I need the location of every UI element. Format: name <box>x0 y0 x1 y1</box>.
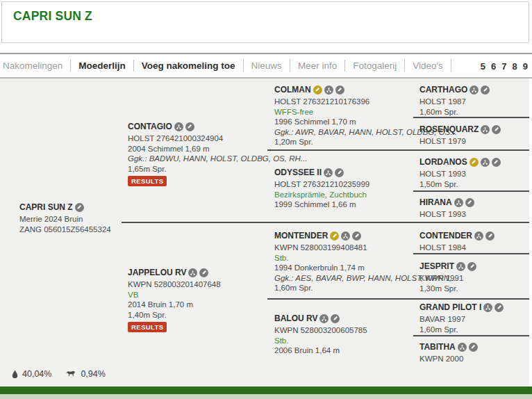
height-text: 1,50m Spr. <box>419 179 527 190</box>
edit-icon[interactable] <box>331 314 340 323</box>
family-tree-icon[interactable] <box>319 314 329 323</box>
approved-badge-icon[interactable] <box>469 158 479 167</box>
row-separator <box>122 222 529 223</box>
tab-videos[interactable]: Video's <box>405 60 451 72</box>
height-text: 1,20m Spr. <box>274 137 413 147</box>
horse-name-link[interactable]: CONTENDER <box>419 231 472 241</box>
registration-text: HOLST 1987 <box>419 97 527 107</box>
pedigree-cell-capri-sun-z: CAPRI SUN Z Merrie 2024 Bruin ZANG 05601… <box>19 202 124 234</box>
pedigree-cell-balou-rv: BALOU RV KWPN 528003200605785 Stb. 2006 … <box>274 313 413 356</box>
horse-name-link[interactable]: JAPPELOU RV <box>128 268 186 277</box>
registration-text: KWPN 1991 <box>419 273 527 284</box>
family-tree-icon[interactable] <box>324 168 333 177</box>
row-separator <box>413 253 529 254</box>
edit-icon[interactable] <box>199 268 208 277</box>
registration-text: HOLST 276421000324904 <box>128 133 267 144</box>
tab-nakomelingen[interactable]: Nakomelingen <box>1 60 71 72</box>
approved-badge-icon[interactable] <box>313 86 322 95</box>
height-text: 1,60m Spr. <box>274 283 413 293</box>
edit-icon[interactable] <box>185 122 194 131</box>
registration-text: HOLST 1993 <box>419 169 527 179</box>
generation-link-6[interactable]: 6 <box>491 61 496 72</box>
family-tree-icon[interactable] <box>454 198 463 207</box>
edit-icon[interactable] <box>352 231 361 241</box>
family-tree-icon[interactable] <box>456 262 465 271</box>
pedigree-cell-grand-pilot-i: GRAND PILOT I BAVAR 1997 1,60m Spr. <box>419 302 527 334</box>
registration-text: KWPN 2000 <box>419 354 527 364</box>
row-separator <box>413 190 529 192</box>
registration-text: BAVAR 1997 <box>419 314 527 325</box>
pedigree-cell-contender: CONTENDER HOLST 1984 <box>419 230 527 253</box>
family-tree-icon[interactable] <box>324 86 333 95</box>
height-text: 1,30m Spr. <box>419 284 527 294</box>
edit-icon[interactable] <box>494 303 504 312</box>
horse-name-link[interactable]: HIRANA <box>419 197 452 207</box>
edit-icon[interactable] <box>335 86 344 95</box>
horse-name-link[interactable]: TABITHA <box>419 342 456 352</box>
family-tree-icon[interactable] <box>341 231 350 241</box>
tab-fotogalerij[interactable]: Fotogalerij <box>345 60 405 72</box>
pedigree-cell-jesprit: JESPRIT KWPN 1991 1,30m Spr. <box>419 261 527 293</box>
horse-name-link[interactable]: ODYSSEE II <box>274 168 322 177</box>
family-tree-icon[interactable] <box>188 268 197 277</box>
pedigree-table: CAPRI SUN Z Merrie 2024 Bruin ZANG 05601… <box>0 79 529 386</box>
approved-badge-icon[interactable] <box>330 231 339 241</box>
tab-meer-info[interactable]: Meer info <box>290 60 345 72</box>
horse-name-link[interactable]: GRAND PILOT I <box>419 302 481 312</box>
generation-link-8[interactable]: 8 <box>513 61 517 72</box>
description-text: 1999 Schimmel 1,66 m <box>274 200 413 210</box>
edit-icon[interactable] <box>485 231 494 241</box>
edit-icon[interactable] <box>335 168 344 177</box>
family-tree-icon[interactable] <box>174 122 183 131</box>
edit-icon[interactable] <box>492 125 501 134</box>
edit-icon[interactable] <box>469 343 478 352</box>
registration-text: KWPN 528003200605785 <box>274 325 413 336</box>
horse-name-link[interactable]: CAPRI SUN Z <box>19 202 73 212</box>
row-separator <box>413 335 529 336</box>
tab-moederlijn[interactable]: Moederlijn <box>71 60 134 72</box>
pedigree-cell-rosenquarz: ROSENQUARZ HOLST 1979 <box>419 124 527 147</box>
edit-icon[interactable] <box>465 198 474 207</box>
horse-name-link[interactable]: CONTAGIO <box>128 122 172 131</box>
footer-bar <box>0 386 532 394</box>
family-tree-icon[interactable] <box>458 343 467 352</box>
registration-text: HOLST 1993 <box>419 209 527 220</box>
family-tree-icon[interactable] <box>483 303 492 312</box>
horse-name-link[interactable]: MONTENDER <box>274 231 328 241</box>
horse-icon <box>65 370 77 378</box>
generation-link-7[interactable]: 7 <box>501 61 506 72</box>
horse-name-link[interactable]: COLMAN <box>274 85 311 95</box>
description-text: 2014 Bruin 1,70 m <box>128 300 267 310</box>
horse-name-link[interactable]: JESPRIT <box>419 261 454 271</box>
tab-nieuws[interactable]: Nieuws <box>244 60 290 72</box>
row-separator <box>413 117 529 118</box>
registration-text: HOLST 1979 <box>419 136 527 147</box>
generation-link-9[interactable]: 9 <box>523 61 528 72</box>
horse-name-link[interactable]: BALOU RV <box>274 314 317 323</box>
horse-name-link[interactable]: ROSENQUARZ <box>419 124 479 134</box>
generation-links: 5 6 7 8 9 <box>481 61 528 72</box>
blood-drop-icon <box>11 370 19 379</box>
edit-icon[interactable] <box>492 158 501 167</box>
family-tree-icon[interactable] <box>474 231 483 241</box>
pedigree-cell-lordanos: LORDANOS HOLST 1993 1,50m Spr. <box>419 156 527 189</box>
generation-link-5[interactable]: 5 <box>481 61 485 72</box>
horse-pedigree-page: CAPRI SUN Z Nakomelingen Moederlijn Voeg… <box>0 0 532 399</box>
tab-voeg-nakomeling-toe[interactable]: Voeg nakomeling toe <box>134 60 244 72</box>
pedigree-cell-hirana: HIRANA HOLST 1993 <box>419 197 527 220</box>
results-badge[interactable]: RESULTS <box>128 322 167 332</box>
height-text: 1,60m Spr. <box>419 107 527 117</box>
family-tree-icon[interactable] <box>469 86 479 95</box>
edit-icon[interactable] <box>481 86 490 95</box>
horse-name-link[interactable]: CARTHAGO <box>419 85 467 95</box>
family-tree-icon[interactable] <box>481 158 490 167</box>
edit-icon[interactable] <box>75 203 84 212</box>
pedigree-cell-tabitha: TABITHA KWPN 2000 <box>419 341 527 364</box>
results-badge[interactable]: RESULTS <box>128 176 167 186</box>
status-text: Bezirksprämie, Zuchtbuch <box>274 190 413 200</box>
footer-bar-light <box>0 394 532 399</box>
horse-name-link[interactable]: LORDANOS <box>419 157 467 167</box>
edit-icon[interactable] <box>467 262 476 271</box>
family-tree-icon[interactable] <box>481 125 490 134</box>
registration-text: KWPN 528003199408481 <box>274 243 413 253</box>
